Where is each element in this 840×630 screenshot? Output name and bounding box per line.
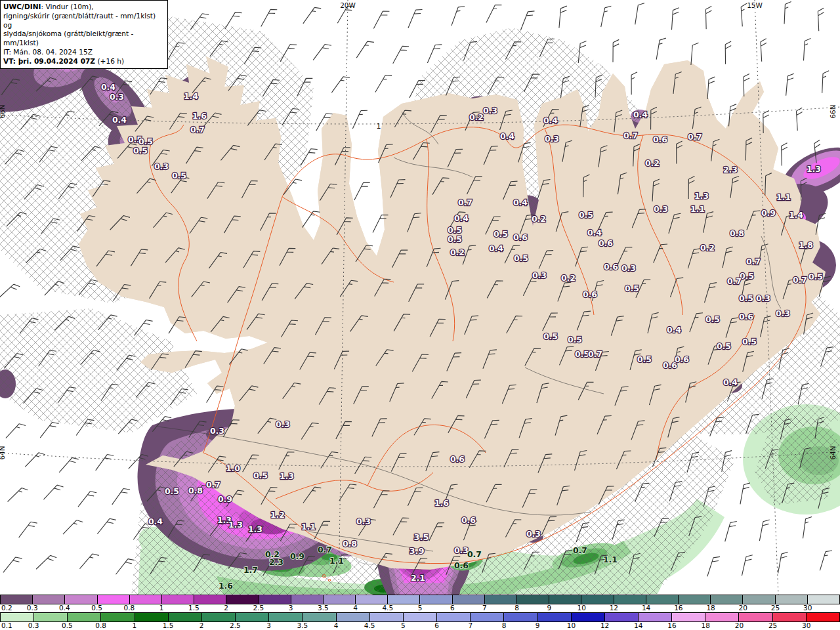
colorbar-cell — [404, 613, 437, 621]
colorbar-cell — [538, 613, 572, 621]
colorbar-cell — [356, 595, 388, 604]
colorbar-cell — [130, 595, 162, 604]
longitude-label: 20W — [340, 1, 356, 9]
map-value-label: 0.7 — [588, 349, 602, 359]
colorbar-cell — [679, 595, 711, 604]
colorbar-cell — [0, 613, 34, 621]
colorbar-cell — [605, 613, 639, 621]
map-value-label: 1.3 — [248, 524, 262, 534]
map-value-label: 0.3 — [756, 293, 770, 303]
colorbar-tick-label: 2 — [224, 604, 228, 612]
colorbar-cell — [743, 595, 775, 604]
map-value-label: 0.9 — [290, 551, 304, 561]
legend-line-snow: slydda/snjókoma (grátt/bleikt/grænt - mm… — [3, 30, 165, 48]
colorbar-cell — [259, 595, 291, 604]
map-value-label: 1.4 — [184, 91, 198, 101]
colorbar-tick-label: 6 — [450, 604, 455, 612]
colorbar-tick-label: 5 — [401, 621, 406, 629]
colorbar-cell — [504, 613, 537, 621]
map-value-label: 0.4 — [101, 82, 116, 92]
model-title-line: UWC/DINI: Vindur (10m), — [3, 3, 165, 12]
colorbar-cell — [711, 595, 743, 604]
map-value-label: 0.5 — [568, 335, 582, 345]
colorbar-cell — [162, 595, 194, 604]
colorbar-tick-label: 18 — [706, 604, 715, 612]
map-value-label: 0.4 — [723, 377, 738, 387]
colorbar-cell — [773, 613, 807, 621]
map-value-label: 0.3 — [526, 529, 541, 539]
colorbar-tick-label: 10 — [567, 621, 576, 629]
colorbar-tick-label: 16 — [667, 621, 676, 629]
colorbar-tick-label: 4.5 — [382, 604, 393, 612]
map-value-label: 0.6 — [675, 354, 689, 364]
colorbar-cell — [33, 595, 65, 604]
colorbar-cell — [485, 595, 517, 604]
colorbar-cell — [639, 613, 672, 621]
model-info-box: UWC/DINI: Vindur (10m), rigning/skúrir (… — [0, 0, 168, 69]
map-value-label: 0.2 — [450, 247, 465, 257]
latitude-label: 66N — [0, 104, 6, 118]
colorbar-tick-label: 1 — [132, 621, 136, 629]
colorbar-tick-label: 12 — [600, 621, 609, 629]
colorbar-cell — [549, 595, 581, 604]
map-value-label: 0.7 — [746, 257, 761, 266]
colorbar-tick-label: 25 — [771, 604, 780, 612]
colorbar-cell — [0, 595, 33, 604]
map-value-label: 0.7 — [190, 125, 205, 135]
map-value-label: 1.7 — [243, 565, 258, 575]
map-value-label: 0.5 — [514, 253, 528, 263]
colorbar-cell — [226, 595, 259, 604]
map-value-label: 0.6 — [454, 560, 469, 570]
map-value-label: 0.5 — [494, 229, 508, 239]
colorbar-tick-label: 14 — [642, 604, 650, 612]
map-value-label: 0.3 — [110, 92, 124, 102]
map-value-label: 0.5 — [165, 486, 179, 496]
colorbar-snow-labels: 0.20.30.40.50.811.522.533.544.5567891012… — [0, 604, 840, 612]
colorbar-cell — [135, 613, 169, 621]
map-value-label: 0.5 — [625, 284, 639, 293]
colorbar-cell — [453, 595, 485, 604]
map-value-label: 0.5 — [742, 337, 757, 346]
map-value-label: 0.7 — [458, 198, 472, 207]
map-value-label: 0.8 — [188, 486, 203, 495]
colorbar-tick-label: 7 — [468, 621, 472, 629]
map-value-label: 0.6 — [461, 515, 476, 525]
map-value-label: 0.4 — [667, 325, 681, 335]
colorbar-cell — [303, 613, 336, 621]
colorbar-tick-label: 8 — [514, 604, 519, 612]
map-value-label: 0.6 — [604, 262, 618, 272]
colorbar-tick-label: 1.5 — [188, 604, 200, 612]
map-value-label: 0.3 — [621, 263, 636, 273]
map-value-label: 0.5 — [448, 234, 462, 244]
colorbar-panel: 0.20.30.40.50.811.522.533.544.5567891012… — [0, 595, 840, 630]
map-value-label: 0.5 — [575, 349, 589, 359]
colorbar-tick-label: 0.3 — [27, 604, 38, 612]
map-value-label: 0.3 — [483, 106, 497, 116]
map-value-label: 2.3 — [723, 165, 738, 175]
map-value-label: 0.8 — [730, 228, 744, 238]
map-value-label: 0.9 — [761, 208, 776, 218]
map-value-label: 0.3 — [532, 270, 547, 280]
map-value-label: 1.3 — [694, 191, 709, 201]
map-value-label: 2.3 — [269, 557, 284, 567]
map-value-label: 0.4 — [454, 213, 469, 223]
map-value-label: 0.3 — [776, 308, 790, 318]
colorbar-snow — [0, 595, 840, 604]
colorbar-tick-label: 4.5 — [364, 621, 375, 629]
map-value-label: 3.5 — [413, 532, 429, 542]
colorbar-cell — [705, 613, 739, 621]
colorbar-tick-label: 0.2 — [1, 604, 12, 612]
colorbar-cell — [194, 595, 226, 604]
map-value-label: 0.4 — [489, 243, 503, 253]
colorbar-cell — [68, 613, 101, 621]
colorbar-cell — [807, 613, 840, 621]
colorbar-tick-label: 3.5 — [297, 621, 308, 629]
map-value-label: 1.1 — [301, 522, 316, 532]
map-value-label: 1.3 — [807, 164, 821, 174]
colorbar-tick-label: 7 — [482, 604, 487, 612]
map-value-label: 0.7 — [573, 545, 587, 555]
colorbar-cell — [388, 595, 420, 604]
colorbar-cell — [101, 613, 135, 621]
colorbar-tick-label: 10 — [577, 604, 585, 612]
map-value-label: 0.3 — [454, 545, 469, 555]
